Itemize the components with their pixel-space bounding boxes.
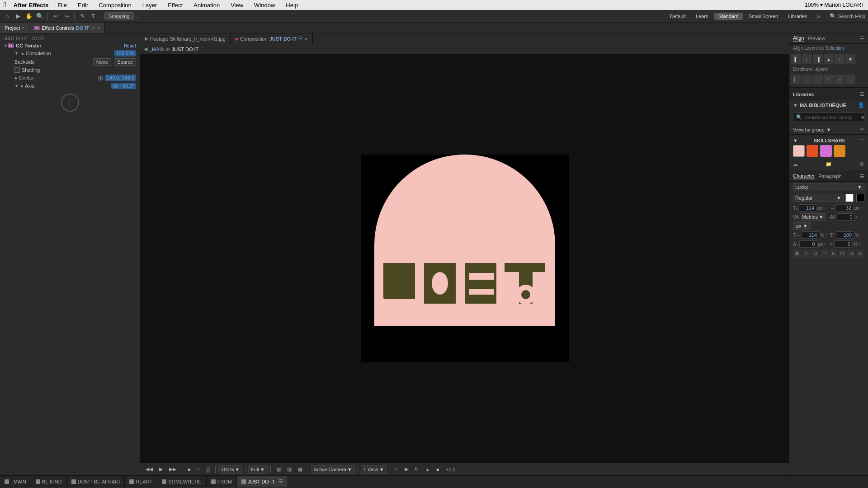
effect-controls-tab[interactable]: fx Effect Controls DO IT ☰ ×: [29, 23, 105, 33]
tl-tab-dontbeafraid[interactable]: DON'T BE AFRAID: [67, 476, 125, 487]
tracking-arrows[interactable]: ↕: [860, 206, 863, 210]
library-search[interactable]: 🔍 ▼: [793, 113, 864, 122]
person-icon[interactable]: 👤: [858, 102, 864, 108]
rotate-arrows[interactable]: ↕: [859, 242, 861, 246]
swatch-pink[interactable]: [793, 145, 805, 157]
ws-learn[interactable]: Learn: [691, 13, 713, 20]
font-dropdown[interactable]: Lucky ▼: [793, 183, 864, 191]
effect-menu[interactable]: Effect: [166, 2, 184, 9]
crumb-comp[interactable]: JUST DO IT: [172, 47, 199, 52]
scale-v-input[interactable]: [836, 231, 854, 239]
center-value[interactable]: 149,0, 186,0: [105, 75, 136, 81]
comp-footage-tab[interactable]: ▶ Footage Skillshare_II_main-01.jpg: [140, 33, 231, 44]
mask-icon[interactable]: ▦: [295, 465, 305, 473]
text-tool[interactable]: T: [89, 12, 98, 21]
render-icon2[interactable]: ▶: [402, 465, 411, 473]
prev-frame-icon[interactable]: ◀◀: [143, 465, 156, 473]
undo-btn[interactable]: ↩: [51, 12, 60, 21]
viewby-grid-icon[interactable]: ✏: [860, 127, 864, 132]
comp-main-tab[interactable]: ■ Composition JUST DO IT ☰ ×: [231, 33, 313, 44]
italic-btn[interactable]: I: [802, 249, 810, 258]
view-by-group[interactable]: View by group ▼ ✏: [789, 125, 868, 135]
effect-controls-close[interactable]: ×: [97, 25, 100, 30]
backside-value[interactable]: None: [93, 58, 111, 66]
ec-reset-btn[interactable]: Reset: [124, 43, 136, 48]
guide-icon[interactable]: ▥: [284, 465, 294, 473]
small-caps-btn[interactable]: TT: [847, 249, 855, 258]
scale-h-input[interactable]: [801, 231, 819, 239]
app-name-menu[interactable]: After Effects: [14, 2, 48, 9]
dist-top-btn[interactable]: ⎻: [824, 75, 834, 84]
ws-libraries[interactable]: Libraries: [783, 13, 811, 20]
metrics-dropdown[interactable]: Metrics ▼: [800, 213, 826, 221]
crosshair-icon[interactable]: ⨁: [98, 75, 103, 81]
tl-tab-heart[interactable]: HEART: [125, 476, 157, 487]
completion-stopwatch[interactable]: ●: [21, 51, 24, 56]
zoom-dropdown[interactable]: 400% ▼: [218, 465, 242, 474]
select-tool[interactable]: ▶: [14, 12, 23, 21]
swatch-yellow-orange[interactable]: [834, 145, 845, 157]
show-snapshot-icon[interactable]: □: [194, 466, 203, 473]
project-tab[interactable]: Project ×: [0, 23, 29, 33]
tl-justdoit-menu[interactable]: ☰: [278, 479, 283, 484]
crumb-main[interactable]: _MAIN: [149, 47, 165, 52]
tl-tab-from[interactable]: FROM: [207, 476, 237, 487]
align-right-btn[interactable]: ▐: [813, 54, 823, 64]
crumb-arrow-left[interactable]: ◀: [144, 46, 147, 52]
align-left-btn[interactable]: ▌: [791, 54, 801, 64]
render-icon1[interactable]: □: [393, 466, 401, 473]
font-size-input[interactable]: [798, 204, 816, 211]
folder-icon[interactable]: 📁: [826, 161, 832, 167]
shading-checkbox[interactable]: [14, 67, 20, 73]
underline-btn[interactable]: U: [811, 249, 819, 258]
skillshare-more[interactable]: ⋯: [859, 137, 864, 143]
font-color-black[interactable]: [856, 194, 864, 202]
dist-bottom-btn[interactable]: ⎽: [845, 75, 855, 84]
cloud-upload-icon[interactable]: ☁: [793, 161, 798, 167]
font-style-dropdown[interactable]: Regular ▼: [793, 194, 844, 202]
axis-dial[interactable]: [61, 94, 79, 112]
tl-tab-main[interactable]: _MAIN: [0, 476, 31, 487]
frac-btn[interactable]: ½: [856, 249, 864, 258]
swatch-orange[interactable]: [807, 145, 818, 157]
completion-value[interactable]: 100,0 %: [114, 50, 136, 56]
search-chevron[interactable]: ▼: [860, 115, 865, 120]
source-value[interactable]: Source: [114, 58, 136, 66]
render-icon5[interactable]: ■: [434, 466, 442, 473]
zoom-tool[interactable]: 🔍: [35, 12, 44, 21]
font-size-arrows[interactable]: ↕: [823, 206, 826, 210]
swatch-purple[interactable]: [820, 145, 832, 157]
ws-default[interactable]: Default: [665, 13, 690, 20]
ws-more[interactable]: »: [812, 13, 824, 20]
align-center-h-btn[interactable]: ⋮: [802, 54, 812, 64]
layer-menu[interactable]: Layer: [141, 2, 159, 9]
skillshare-collapse[interactable]: ▼: [793, 138, 798, 143]
search-input[interactable]: [804, 115, 859, 120]
dist-left-btn[interactable]: ⎸: [791, 75, 801, 84]
character-tab[interactable]: Character: [793, 173, 815, 179]
play-icon[interactable]: ▶: [156, 465, 165, 473]
tracking-input[interactable]: [835, 204, 854, 211]
axis-value[interactable]: 0x +90,0°: [111, 83, 136, 89]
align-center-v-btn[interactable]: ⋯: [835, 54, 844, 64]
char-menu-icon[interactable]: ☰: [860, 174, 864, 179]
preview-tab[interactable]: Preview: [807, 36, 825, 41]
apple-menu[interactable]: : [4, 1, 6, 9]
animation-menu[interactable]: Animation: [192, 2, 222, 9]
snapshot-icon[interactable]: ■: [185, 466, 193, 473]
dist-right-btn[interactable]: ⎺: [813, 75, 823, 84]
window-menu[interactable]: Window: [252, 2, 277, 9]
tl-tab-bekind[interactable]: BE KIND: [31, 476, 67, 487]
help-menu[interactable]: Help: [284, 2, 300, 9]
axis-stopwatch[interactable]: ●: [20, 84, 23, 89]
quality-dropdown[interactable]: Full ▼: [248, 465, 268, 474]
toggle-transparency-icon[interactable]: ▒: [203, 466, 212, 473]
snapping-btn[interactable]: Snapping: [104, 12, 134, 20]
align-menu-icon[interactable]: ☰: [860, 36, 864, 42]
grid-icon[interactable]: ▤: [274, 465, 283, 473]
libraries-menu[interactable]: ☰: [860, 91, 864, 97]
rotate-input[interactable]: [835, 240, 853, 248]
align-top-btn[interactable]: ▲: [824, 54, 834, 64]
axis-tri[interactable]: ▼: [14, 84, 19, 88]
align-bottom-btn[interactable]: ▼: [845, 54, 855, 64]
